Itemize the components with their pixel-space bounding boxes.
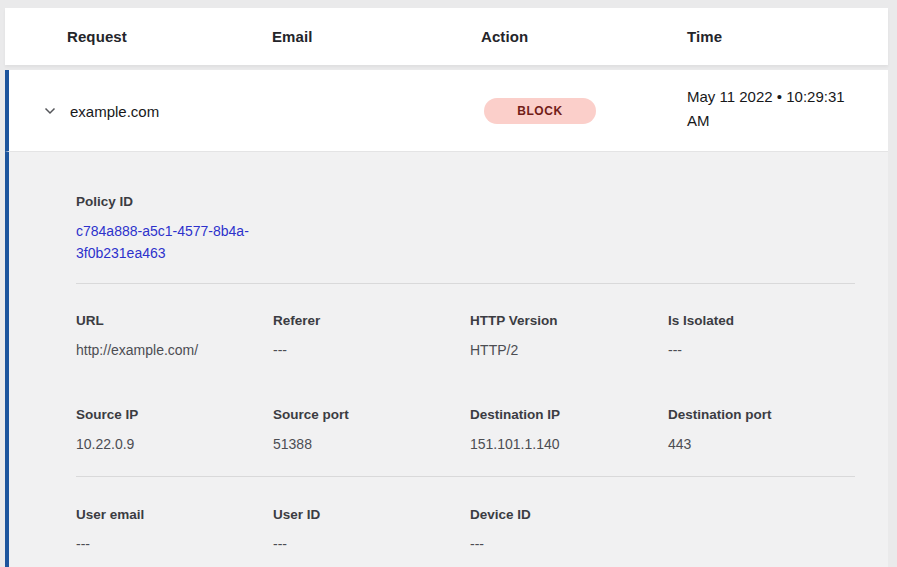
- http-logs-table: Request Email Action Time example.com BL…: [5, 8, 888, 567]
- detail-row-http: URL http://example.com/ Referer --- HTTP…: [76, 311, 855, 360]
- user-email-field: User email ---: [76, 505, 273, 554]
- policy-id-field: Policy ID c784a888-a5c1-4577-8b4a-3f0b23…: [76, 192, 855, 264]
- field-value: 443: [668, 434, 855, 454]
- field-label: Source port: [273, 405, 470, 425]
- field-label: User ID: [273, 505, 470, 525]
- field-label: Destination IP: [470, 405, 668, 425]
- column-header-action: Action: [481, 28, 687, 45]
- expanded-detail-panel: Policy ID c784a888-a5c1-4577-8b4a-3f0b23…: [5, 151, 888, 567]
- field-label: URL: [76, 311, 273, 331]
- chevron-down-icon[interactable]: [42, 103, 58, 119]
- field-label: Referer: [273, 311, 470, 331]
- field-label: HTTP Version: [470, 311, 668, 331]
- field-value: 10.22.0.9: [76, 434, 273, 454]
- field-value: 151.101.1.140: [470, 434, 668, 454]
- detail-row-network: Source IP 10.22.0.9 Source port 51388 De…: [76, 405, 855, 454]
- field-label: Source IP: [76, 405, 273, 425]
- referer-field: Referer ---: [273, 311, 470, 360]
- policy-id-link[interactable]: c784a888-a5c1-4577-8b4a-3f0b231ea463: [76, 221, 281, 264]
- field-value: 51388: [273, 434, 470, 454]
- source-ip-field: Source IP 10.22.0.9: [76, 405, 273, 454]
- divider: [76, 283, 855, 284]
- divider: [76, 476, 855, 477]
- request-domain: example.com: [70, 102, 159, 119]
- table-header: Request Email Action Time: [5, 8, 888, 65]
- url-field: URL http://example.com/: [76, 311, 273, 360]
- field-value: HTTP/2: [470, 340, 668, 360]
- field-label: Device ID: [470, 505, 668, 525]
- log-row[interactable]: example.com BLOCK May 11 2022 • 10:29:31…: [5, 70, 888, 151]
- field-label: Is Isolated: [668, 311, 855, 331]
- field-value: ---: [273, 340, 470, 360]
- field-value: ---: [273, 534, 470, 554]
- http-version-field: HTTP Version HTTP/2: [470, 311, 668, 360]
- page: Request Email Action Time example.com BL…: [0, 0, 897, 567]
- field-value: ---: [470, 534, 668, 554]
- source-port-field: Source port 51388: [273, 405, 470, 454]
- field-label: User email: [76, 505, 273, 525]
- destination-ip-field: Destination IP 151.101.1.140: [470, 405, 668, 454]
- user-id-field: User ID ---: [273, 505, 470, 554]
- detail-row-user: User email --- User ID --- Device ID ---: [76, 505, 855, 554]
- action-badge: BLOCK: [484, 98, 596, 124]
- column-header-time: Time: [687, 28, 888, 45]
- field-value: http://example.com/: [76, 340, 273, 360]
- field-value: ---: [76, 534, 273, 554]
- policy-id-label: Policy ID: [76, 192, 855, 212]
- column-header-email: Email: [272, 28, 481, 45]
- request-time: May 11 2022 • 10:29:31 AM: [687, 85, 859, 133]
- column-header-request: Request: [67, 28, 272, 45]
- is-isolated-field: Is Isolated ---: [668, 311, 855, 360]
- field-label: Destination port: [668, 405, 855, 425]
- destination-port-field: Destination port 443: [668, 405, 855, 454]
- device-id-field: Device ID ---: [470, 505, 668, 554]
- field-value: ---: [668, 340, 855, 360]
